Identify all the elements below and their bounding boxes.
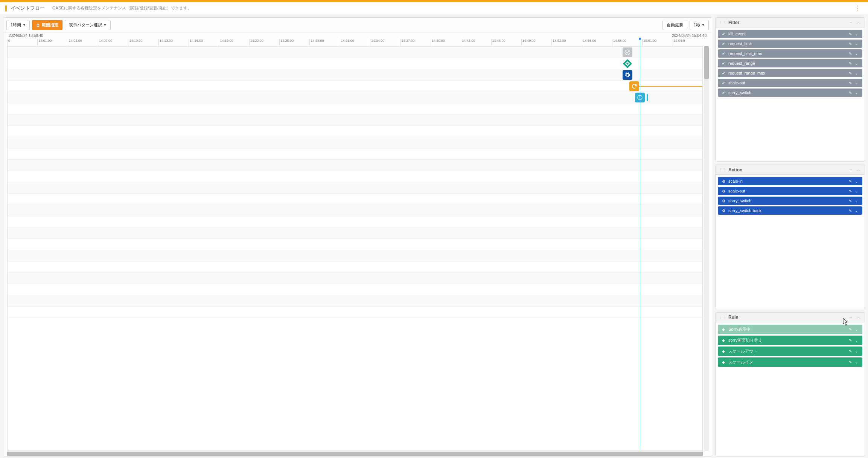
auto-refresh-button[interactable]: 自動更新 [662, 20, 687, 30]
timeline-tick: 14:43:00 [461, 39, 491, 46]
expand-icon[interactable]: ⌄ [853, 189, 859, 193]
collapse-icon[interactable]: ︿ [856, 167, 862, 173]
action-item[interactable]: ⚙sorry_switch-back✎⌄ [718, 206, 862, 215]
add-icon[interactable]: ＋ [848, 314, 854, 320]
diamond-icon: ◆ [721, 349, 726, 353]
chevron-down-icon: ▼ [104, 23, 107, 27]
edit-icon[interactable]: ✎ [847, 338, 853, 342]
timeline-lane [8, 69, 702, 81]
timeline-lane [8, 194, 702, 205]
expand-icon[interactable]: ⌄ [853, 32, 859, 36]
timeline-tick: 14:10:00 [128, 39, 158, 46]
rule-item[interactable]: ◆スケールイン✎⌄ [718, 357, 862, 367]
edit-icon[interactable]: ✎ [847, 71, 853, 75]
rule-item[interactable]: ◆sorry画面切り替え✎⌄ [718, 336, 862, 345]
timeline-tick: 14:49:00 [521, 39, 551, 46]
item-label: request_range [728, 61, 847, 66]
filter-item[interactable]: ✔request_range_max✎⌄ [718, 69, 862, 77]
add-icon[interactable]: ＋ [848, 167, 854, 173]
page-header: イベントフロー OASEに関する各種設定をメンテナンス（閲覧/登録/更新/廃止）… [0, 2, 868, 14]
add-icon[interactable]: ＋ [848, 20, 854, 25]
edit-icon[interactable]: ✎ [847, 360, 853, 364]
vertical-scrollbar-thumb[interactable] [704, 46, 709, 79]
expand-icon[interactable]: ⌄ [853, 199, 859, 203]
edit-icon[interactable]: ✎ [847, 32, 853, 36]
filter-item[interactable]: ✔scale-out✎⌄ [718, 79, 862, 87]
check-icon: ✔ [721, 52, 726, 56]
expand-icon[interactable]: ⌄ [853, 209, 859, 213]
more-menu-icon[interactable]: ⋮ [852, 5, 863, 12]
range-preset-select[interactable]: 1時間 ▼ [6, 20, 30, 30]
rule-item[interactable]: ◆スケールアウト✎⌄ [718, 347, 862, 356]
gear-icon: ⚙ [721, 209, 726, 213]
timeline-lane [8, 227, 702, 239]
item-label: sorry画面切り替え [728, 337, 847, 343]
expand-icon[interactable]: ⌄ [853, 91, 859, 95]
event-node-teal[interactable] [623, 59, 632, 69]
event-node-gray[interactable] [623, 47, 632, 57]
expand-icon[interactable]: ⌄ [853, 71, 859, 75]
expand-icon[interactable]: ⌄ [853, 327, 859, 331]
range-specify-button[interactable]: 🗓 範囲指定 [32, 20, 62, 30]
horizontal-scrollbar[interactable] [7, 452, 703, 456]
timeline-tick: 14:55:00 [582, 39, 612, 46]
expand-icon[interactable]: ⌄ [853, 338, 859, 342]
edit-icon[interactable]: ✎ [847, 209, 853, 213]
collapse-icon[interactable]: ︿ [856, 20, 862, 25]
header-accent [5, 5, 7, 11]
expand-icon[interactable]: ⌄ [853, 61, 859, 66]
edit-icon[interactable]: ✎ [847, 42, 853, 46]
filter-item[interactable]: ✔request_limit_max✎⌄ [718, 49, 862, 58]
event-node-navy[interactable] [623, 70, 632, 80]
action-item[interactable]: ⚙sorry_switch✎⌄ [718, 197, 862, 205]
display-pattern-select[interactable]: 表示パターン選択 ▼ [65, 20, 111, 30]
expand-icon[interactable]: ⌄ [853, 42, 859, 46]
item-label: sorry_switch-back [728, 208, 847, 213]
expand-icon[interactable]: ⌄ [853, 349, 859, 353]
timeline-tick: 14:52:00 [551, 39, 582, 46]
edit-icon[interactable]: ✎ [847, 61, 853, 66]
timeline-tick: 14:28:00 [309, 39, 340, 46]
edit-icon[interactable]: ✎ [847, 91, 853, 95]
filter-item[interactable]: ✔request_range✎⌄ [718, 59, 862, 67]
item-label: スケールイン [728, 359, 847, 365]
filter-panel-body: ✔kill_event✎⌄✔request_limit✎⌄✔request_li… [716, 27, 865, 161]
edit-icon[interactable]: ✎ [847, 349, 853, 353]
expand-icon[interactable]: ⌄ [853, 81, 859, 85]
filter-item[interactable]: ✔kill_event✎⌄ [718, 30, 862, 38]
edit-icon[interactable]: ✎ [847, 81, 853, 85]
item-label: request_limit_max [728, 51, 847, 56]
timeline-lane [8, 58, 702, 69]
event-node-orange[interactable] [629, 81, 639, 91]
filter-item[interactable]: ✔request_limit✎⌄ [718, 40, 862, 48]
timeline-tick: 14:25:00 [279, 39, 309, 46]
rule-panel-title: Rule [728, 314, 846, 320]
now-line [640, 38, 640, 450]
vertical-scrollbar[interactable] [704, 46, 709, 451]
timeline-tick: 14:01:00 [37, 39, 67, 46]
edit-icon[interactable]: ✎ [847, 327, 853, 331]
refresh-interval-label: 1秒 [694, 22, 700, 28]
expand-icon[interactable]: ⌄ [853, 52, 859, 56]
expand-icon[interactable]: ⌄ [853, 360, 859, 364]
edit-icon[interactable]: ✎ [847, 179, 853, 183]
check-icon: ✔ [721, 61, 726, 66]
edit-icon[interactable]: ✎ [847, 189, 853, 193]
action-item[interactable]: ⚙scale-out✎⌄ [718, 187, 862, 195]
rule-panel-header: ⋮⋮ Rule ＋ ︿ [716, 313, 865, 322]
gear-icon: ⚙ [721, 189, 726, 193]
action-item[interactable]: ⚙scale-in✎⌄ [718, 177, 862, 185]
edit-icon[interactable]: ✎ [847, 52, 853, 56]
chevron-down-icon: ▼ [702, 23, 705, 27]
edit-icon[interactable]: ✎ [847, 199, 853, 203]
expand-icon[interactable]: ⌄ [853, 179, 859, 183]
rule-item[interactable]: ◆Sorry表示中✎⌄ [718, 325, 862, 334]
timeline-tick: 0 [7, 39, 37, 46]
collapse-icon[interactable]: ︿ [856, 314, 862, 320]
item-label: sorry_switch [728, 90, 847, 95]
timeline-lane [8, 160, 702, 171]
refresh-interval-select[interactable]: 1秒 ▼ [690, 20, 709, 30]
horizontal-scrollbar-thumb[interactable] [7, 452, 703, 456]
filter-item[interactable]: ✔sorry_switch✎⌄ [718, 89, 862, 97]
timeline-area[interactable]: 2024/05/24 13:58:40 2024/05/24 15:04:40 … [3, 33, 712, 456]
